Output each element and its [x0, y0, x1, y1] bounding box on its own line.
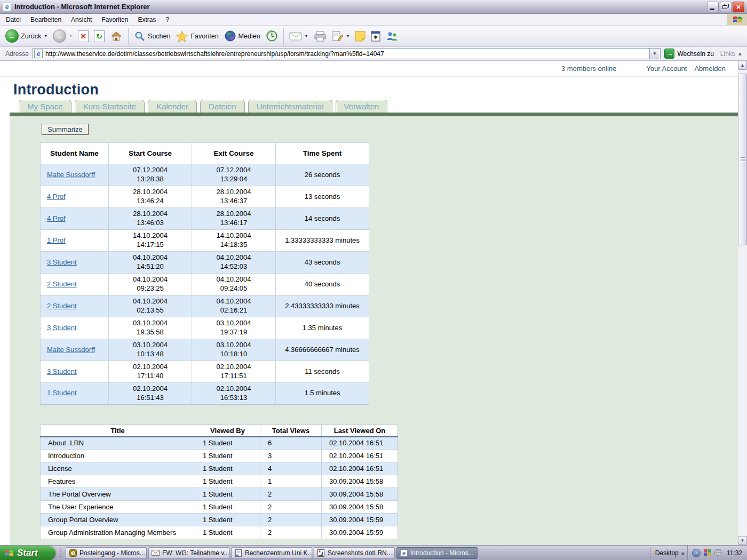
student-link[interactable]: Malte Sussdorff: [47, 346, 95, 354]
tracking-table-row: 2 Student 04.10.200402:13:55 04.10.20040…: [41, 295, 369, 317]
back-button[interactable]: ← Zurück ▼: [3, 28, 50, 44]
back-dropdown-icon[interactable]: ▼: [44, 34, 47, 38]
material-title: Introduction: [41, 450, 195, 462]
scrollbar-thumb[interactable]: [738, 74, 747, 245]
desktop-toolbar[interactable]: Desktop »: [655, 549, 687, 557]
total-views: 4: [260, 462, 322, 475]
start-date: 28.10.2004: [111, 188, 189, 197]
summarize-button[interactable]: Summarize: [42, 124, 89, 135]
address-input[interactable]: e http://www.theservice.de/dotlrn/classe…: [33, 48, 661, 59]
views-table-row: License 1 Student 4 02.10.2004 16:51: [41, 462, 398, 475]
system-tray: ‹ 11:32: [687, 546, 747, 560]
address-dropdown-icon[interactable]: ▼: [649, 49, 659, 59]
student-link[interactable]: 3 Student: [47, 324, 77, 332]
scroll-up-button[interactable]: ▲: [738, 61, 747, 70]
tracking-table-row: Malte Sussdorff 07.12.200413:28:38 07.12…: [41, 164, 369, 186]
desktop-chevron-icon[interactable]: »: [681, 550, 684, 556]
logout-link[interactable]: Abmelden: [694, 65, 726, 73]
quicklaunch-handle[interactable]: [60, 547, 62, 559]
discuss-button[interactable]: [352, 29, 368, 43]
favorites-button[interactable]: Favoriten: [173, 29, 221, 44]
student-link[interactable]: Malte Sussdorff: [47, 171, 95, 179]
student-link[interactable]: 2 Student: [47, 302, 77, 310]
menu-ansicht[interactable]: Ansicht: [66, 14, 97, 25]
home-button[interactable]: [107, 29, 125, 44]
desktop-toolbar-handle[interactable]: [649, 547, 652, 559]
start-time: 14:51:20: [111, 262, 189, 271]
start-button[interactable]: Start: [0, 546, 55, 560]
tracking-table-row: 3 Student 04.10.200414:51:20 04.10.20041…: [41, 252, 369, 274]
exit-date: 07.12.2004: [194, 166, 273, 175]
material-title: Group Administration Managing Members: [41, 526, 195, 539]
tab-verwalten[interactable]: Verwalten: [336, 100, 388, 113]
search-button[interactable]: Suchen: [131, 29, 173, 44]
viewed-by: 1 Student: [195, 514, 260, 526]
vertical-scrollbar[interactable]: ▲ ▼: [738, 61, 747, 545]
menu-hilfe[interactable]: ?: [161, 14, 174, 25]
menu-bearbeiten[interactable]: Bearbeiten: [26, 14, 66, 25]
edit-button[interactable]: ▼: [329, 29, 353, 44]
task-rechenzentrum[interactable]: Rechenzentrum Uni K...: [231, 547, 312, 559]
mail-button[interactable]: ▼: [287, 30, 311, 43]
go-button[interactable]: → Wechseln zu: [661, 49, 717, 59]
minimize-button[interactable]: [707, 2, 719, 12]
outlook-icon: [69, 549, 77, 557]
print-button[interactable]: [311, 29, 329, 43]
your-account-link[interactable]: Your Account: [646, 65, 687, 73]
links-chevron-icon[interactable]: »: [738, 51, 741, 57]
student-link[interactable]: 1 Prof: [47, 236, 66, 244]
mail-dropdown-icon[interactable]: ▼: [305, 34, 308, 38]
student-link[interactable]: 1 Student: [47, 389, 77, 397]
exit-time: 09:24:05: [194, 284, 273, 293]
back-icon: ←: [5, 29, 19, 43]
stop-button[interactable]: ✕: [75, 29, 91, 44]
start-date: 04.10.2004: [111, 297, 189, 306]
tab-kalender[interactable]: Kalender: [148, 100, 197, 113]
task-mail[interactable]: FW: WG: Teilnahme v...: [148, 547, 229, 559]
close-button[interactable]: ×: [733, 2, 744, 12]
scroll-down-button[interactable]: ▼: [738, 536, 747, 545]
tab-unterrichtsmaterial[interactable]: Unterrichtsmaterial: [248, 100, 332, 113]
menu-favoriten[interactable]: Favoriten: [97, 14, 133, 25]
total-views: 2: [260, 514, 322, 526]
task-screenshots[interactable]: Screenshots dotLRN....: [314, 547, 395, 559]
task-label: Rechenzentrum Uni K...: [245, 549, 312, 557]
history-button[interactable]: [263, 28, 281, 44]
task-introduction-active[interactable]: e Introduction - Micros...: [396, 547, 478, 559]
menu-extras[interactable]: Extras: [133, 14, 161, 25]
tab-kurs-startseite[interactable]: Kurs-Startseite: [75, 100, 145, 113]
last-viewed-on: 30.09.2004 15:58: [322, 488, 398, 501]
tracking-table-row: 4 Prof 28.10.200413:46:03 28.10.200413:4…: [41, 208, 369, 230]
media-button[interactable]: Medien: [221, 28, 263, 44]
tray-network-icon[interactable]: [714, 549, 722, 557]
refresh-button[interactable]: ↻: [91, 29, 107, 44]
task-posteingang[interactable]: Posteingang - Micros...: [66, 547, 147, 559]
messenger-button[interactable]: [383, 29, 401, 44]
total-views: 2: [260, 526, 322, 539]
size-button[interactable]: ✱: [368, 29, 383, 43]
last-viewed-on: 30.09.2004 15:58: [322, 475, 398, 488]
go-label: Wechseln zu: [677, 50, 713, 58]
student-link[interactable]: 4 Prof: [47, 193, 66, 201]
tab-my-space[interactable]: My Space: [19, 100, 71, 113]
links-toolbar[interactable]: Links »: [718, 49, 745, 59]
exit-time: 16:53:13: [194, 394, 273, 403]
address-bar: Adresse e http://www.theservice.de/dotlr…: [0, 47, 747, 61]
tracking-table: Student Name Start Course Exit Course Ti…: [40, 142, 369, 405]
student-link[interactable]: 4 Prof: [47, 214, 66, 222]
menu-datei[interactable]: Datei: [1, 14, 26, 25]
hide-icons-button[interactable]: ‹: [692, 549, 701, 557]
tray-windows-icon[interactable]: [703, 549, 711, 557]
col-last-viewed: Last Viewed On: [322, 425, 398, 437]
student-link[interactable]: 3 Student: [47, 367, 77, 375]
student-link[interactable]: 2 Student: [47, 280, 77, 288]
viewed-by: 1 Student: [195, 450, 260, 462]
tab-dateien[interactable]: Dateien: [200, 100, 245, 113]
start-time: 19:35:58: [111, 328, 189, 337]
views-table-row: Group Portal Overview 1 Student 2 30.09.…: [41, 514, 398, 526]
forward-button[interactable]: → ▼: [50, 28, 75, 44]
edit-dropdown-icon[interactable]: ▼: [346, 34, 350, 38]
student-link[interactable]: 3 Student: [47, 258, 77, 266]
restore-button[interactable]: [720, 2, 732, 12]
title-bar[interactable]: e Introduction - Microsoft Internet Expl…: [0, 0, 747, 14]
